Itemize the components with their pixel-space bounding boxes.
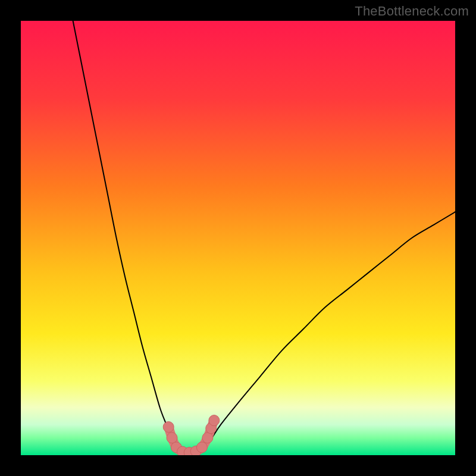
valley-marker bbox=[163, 422, 174, 433]
watermark-text: TheBottleneck.com bbox=[355, 4, 469, 19]
bottleneck-plot bbox=[21, 21, 455, 455]
valley-marker bbox=[167, 433, 177, 443]
valley-marker bbox=[209, 415, 220, 426]
chart-frame: TheBottleneck.com bbox=[0, 0, 476, 476]
valley-marker bbox=[202, 433, 213, 443]
valley-marker bbox=[196, 442, 207, 453]
